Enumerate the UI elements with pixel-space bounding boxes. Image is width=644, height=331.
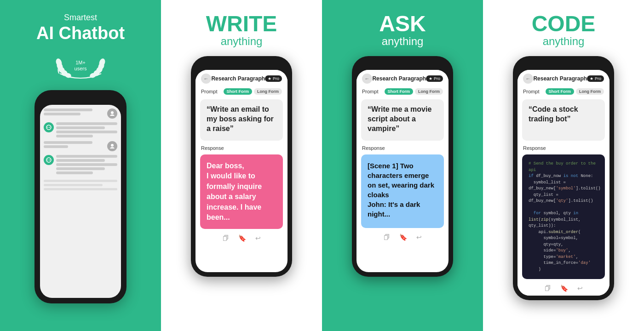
long-form-btn[interactable]: Long Form [415, 88, 443, 95]
app-header: ← Research Paragraph ★ Pro [356, 70, 448, 86]
chat-line [44, 113, 80, 115]
app-footer: 🗍 🔖 ↩ [356, 230, 448, 245]
panel-ask: ASK anything ← Research Paragraph ★ Pro … [322, 0, 483, 331]
chatbot-subtitle: Smartest [64, 13, 97, 23]
write-screen: ← Research Paragraph ★ Pro Prompt Short … [196, 70, 288, 272]
short-form-btn[interactable]: Short Form [385, 88, 414, 95]
user-badge: 1M+ users [55, 50, 106, 82]
share-icon[interactable]: ↩ [577, 285, 583, 292]
prompt-box: “Write an email to my boss asking for a … [200, 99, 283, 141]
screen-title: Research Paragraph [211, 75, 265, 82]
prompt-label: Prompt [201, 89, 217, 94]
chat-line [56, 155, 117, 158]
panel-code: CODE anything ← Research Paragraph ★ Pro… [483, 0, 644, 331]
ask-phone: ← Research Paragraph ★ Pro Prompt Short … [352, 56, 453, 277]
write-heading: WRITE [206, 13, 277, 35]
write-phone: ← Research Paragraph ★ Pro Prompt Short … [191, 56, 292, 277]
panel-chatbot: Smartest AI Chatbot [0, 0, 161, 331]
copy-icon[interactable]: 🗍 [545, 285, 551, 292]
chat-row-user2 [44, 141, 117, 151]
code-subheading: anything [543, 35, 585, 48]
write-subheading: anything [221, 35, 263, 48]
bookmark-icon[interactable]: 🔖 [238, 234, 246, 242]
svg-point-12 [47, 127, 48, 128]
back-button[interactable]: ← [201, 74, 211, 84]
bot-bubble-2 [56, 155, 117, 174]
ask-screen: ← Research Paragraph ★ Pro Prompt Short … [356, 70, 448, 272]
chat-messages [40, 105, 121, 298]
svg-point-13 [49, 127, 50, 128]
share-icon[interactable]: ↩ [416, 234, 422, 241]
user-bubble-1 [44, 108, 105, 115]
copy-icon[interactable]: 🗍 [384, 234, 390, 241]
bot-avatar-2 [44, 155, 54, 165]
chat-screen [40, 105, 121, 298]
chat-row-bot2 [44, 155, 117, 174]
response-label: Response [518, 143, 610, 153]
user-avatar-2 [107, 141, 117, 151]
chat-line [56, 131, 117, 133]
prompt-row: Prompt Short Form Long Form [518, 86, 610, 97]
phone-notch [388, 61, 418, 70]
short-form-btn[interactable]: Short Form [546, 88, 575, 95]
ask-subheading: anything [382, 35, 424, 48]
bot-icon [46, 125, 52, 130]
short-form-btn[interactable]: Short Form [224, 88, 253, 95]
badge-text: 1M+ users [75, 60, 87, 72]
phone-notch [66, 96, 96, 105]
bookmark-icon[interactable]: 🔖 [560, 285, 568, 292]
app-footer: 🗍 🔖 ↩ [196, 231, 288, 245]
chatbot-title: AI Chatbot [36, 23, 125, 43]
copy-icon[interactable]: 🗍 [223, 234, 229, 242]
panel-write: WRITE anything ← Research Paragraph ★ Pr… [161, 0, 322, 331]
app-header: ← Research Paragraph ★ Pro [196, 70, 288, 86]
chat-line [44, 188, 117, 190]
svg-point-11 [46, 125, 51, 130]
bookmark-icon[interactable]: 🔖 [399, 234, 407, 241]
chat-line [44, 141, 92, 144]
bot-icon [46, 157, 52, 163]
prompt-box: “Code a stock trading bot” [522, 99, 605, 141]
back-button[interactable]: ← [362, 74, 372, 84]
phone-notch [227, 61, 257, 70]
chat-line [56, 135, 93, 137]
laurel-wrapper: 1M+ users [55, 50, 106, 82]
response-box-code: # Send the buy order to the api if df_bu… [522, 154, 605, 279]
long-form-btn[interactable]: Long Form [576, 88, 604, 95]
chat-line [44, 184, 103, 186]
back-button[interactable]: ← [523, 74, 533, 84]
app-footer: 🗍 🔖 ↩ [518, 281, 610, 296]
prompt-label: Prompt [523, 89, 539, 94]
chat-line [56, 159, 105, 162]
form-buttons: Short Form Long Form [385, 88, 443, 95]
pro-badge: ★ Pro [426, 75, 443, 82]
user-icon [109, 143, 115, 149]
chat-line [56, 126, 105, 129]
app-header: ← Research Paragraph ★ Pro [518, 70, 610, 86]
user-bubble-2 [44, 141, 105, 148]
chat-row-user1 [44, 108, 117, 119]
response-label: Response [356, 143, 448, 153]
long-form-btn[interactable]: Long Form [254, 88, 282, 95]
chat-line [44, 108, 92, 111]
chat-line [44, 180, 117, 182]
svg-point-14 [111, 144, 114, 147]
chat-line [44, 145, 68, 148]
user-avatar-1 [107, 108, 117, 119]
chat-line [56, 167, 105, 170]
form-buttons: Short Form Long Form [224, 88, 282, 95]
form-buttons: Short Form Long Form [546, 88, 604, 95]
code-screen: ← Research Paragraph ★ Pro Prompt Short … [518, 70, 610, 296]
prompt-row: Prompt Short Form Long Form [196, 86, 288, 97]
svg-point-17 [49, 160, 50, 160]
svg-point-16 [47, 160, 48, 160]
ask-heading: ASK [379, 13, 426, 35]
bot-avatar-1 [44, 122, 54, 132]
response-label: Response [196, 143, 288, 153]
bot-bubble-1 [56, 122, 117, 137]
screen-title: Research Paragraph [533, 75, 587, 82]
user-icon [109, 111, 115, 116]
share-icon[interactable]: ↩ [255, 234, 261, 242]
pro-badge: ★ Pro [587, 75, 604, 82]
response-box-pink: Dear boss,I would like to formally inqui… [200, 154, 283, 229]
